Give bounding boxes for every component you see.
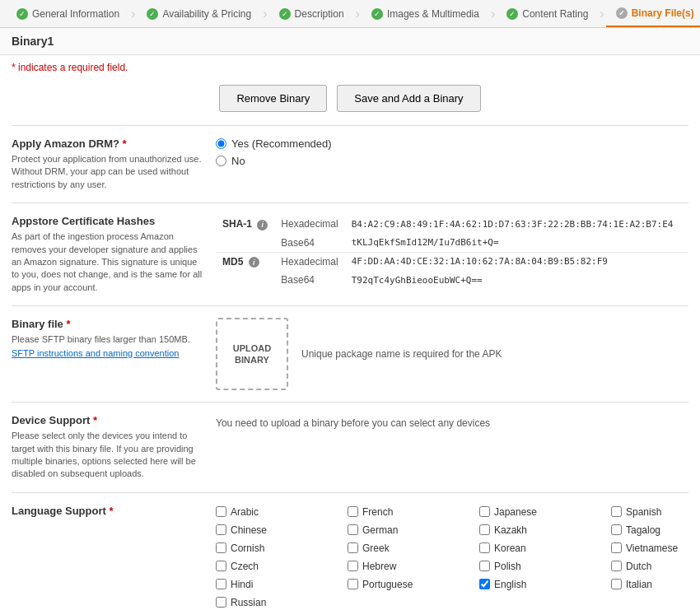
- cert-section: Appstore Certificate Hashes As part of t…: [12, 203, 688, 305]
- drm-no-option[interactable]: No: [216, 155, 688, 167]
- lang-checkbox-spanish[interactable]: [611, 506, 622, 517]
- content-area: Apply Amazon DRM? * Protect your applica…: [0, 125, 700, 610]
- md5-b64-label: Base64: [274, 271, 344, 289]
- lang-checkbox-hebrew[interactable]: [348, 561, 358, 571]
- drm-yes-option[interactable]: Yes (Recommended): [216, 137, 688, 150]
- lang-checkbox-vietnamese[interactable]: [611, 542, 622, 553]
- lang-checkbox-dutch[interactable]: [611, 561, 622, 571]
- lang-checkbox-chinese[interactable]: [216, 524, 226, 535]
- sha1-info-icon[interactable]: i: [257, 220, 268, 230]
- tab-general-information[interactable]: ✓ General Information: [7, 0, 129, 27]
- sha1-b64-label: Base64: [274, 234, 344, 253]
- device-support-title: Device Support *: [12, 414, 203, 426]
- tab-divider-3: ›: [354, 7, 362, 21]
- drm-no-radio[interactable]: [216, 156, 226, 166]
- language-support-title: Language Support *: [12, 505, 203, 517]
- cert-content: SHA-1 i Hexadecimal B4:A2:C9:A8:49:1F:4A…: [216, 215, 688, 289]
- lang-item-chinese[interactable]: Chinese: [216, 523, 348, 538]
- md5-info-icon[interactable]: i: [249, 257, 259, 268]
- lang-checkbox-polish[interactable]: [479, 561, 490, 571]
- check-icon-general: ✓: [16, 8, 28, 20]
- lang-item-french[interactable]: French: [348, 505, 479, 519]
- lang-item-spanish[interactable]: Spanish: [611, 505, 700, 519]
- lang-item-tagalog[interactable]: Tagalog: [611, 523, 700, 538]
- lang-checkbox-russian[interactable]: [216, 597, 226, 608]
- tab-description[interactable]: ✓ Description: [269, 0, 354, 27]
- drm-content: Yes (Recommended) No: [216, 137, 688, 167]
- cert-title: Appstore Certificate Hashes: [12, 215, 203, 227]
- lang-item-greek[interactable]: Greek: [348, 541, 479, 556]
- device-support-label: Device Support * Please select only the …: [12, 414, 216, 481]
- lang-checkbox-german[interactable]: [348, 524, 358, 535]
- tab-images-multimedia[interactable]: ✓ Images & Multimedia: [362, 0, 489, 27]
- drm-title: Apply Amazon DRM? *: [12, 137, 203, 150]
- lang-checkbox-tagalog[interactable]: [611, 524, 622, 535]
- lang-checkbox-french[interactable]: [348, 506, 358, 517]
- language-support-content: ArabicFrenchJapaneseSpanishChineseGerman…: [216, 505, 700, 610]
- drm-section: Apply Amazon DRM? * Protect your applica…: [12, 125, 688, 203]
- sha1-b64-row: Base64 tKLJqEkfSmId12M/Iu7dB6it+Q=: [216, 234, 688, 253]
- check-icon-content: ✓: [506, 8, 518, 20]
- device-support-note: You need to upload a binary before you c…: [216, 414, 688, 429]
- tab-content-rating[interactable]: ✓ Content Rating: [497, 0, 598, 27]
- lang-item-japanese[interactable]: Japanese: [479, 505, 611, 519]
- drm-label: Apply Amazon DRM? * Protect your applica…: [12, 137, 216, 191]
- md5-b64-row: Base64 T92qTc4yGhBieooEubWC+Q==: [216, 271, 688, 289]
- cert-table: SHA-1 i Hexadecimal B4:A2:C9:A8:49:1F:4A…: [216, 215, 688, 289]
- sha1-hex-row: SHA-1 i Hexadecimal B4:A2:C9:A8:49:1F:4A…: [216, 215, 688, 234]
- language-support-section: Language Support * ArabicFrenchJapaneseS…: [12, 492, 688, 610]
- remove-binary-button[interactable]: Remove Binary: [219, 85, 327, 112]
- lang-checkbox-japanese[interactable]: [479, 506, 490, 517]
- drm-yes-radio[interactable]: [216, 138, 226, 149]
- lang-item-korean[interactable]: Korean: [479, 541, 611, 556]
- lang-item-dutch[interactable]: Dutch: [611, 559, 700, 574]
- lang-item-arabic[interactable]: Arabic: [216, 505, 348, 519]
- lang-item-polish[interactable]: Polish: [479, 559, 611, 574]
- lang-checkbox-hindi[interactable]: [216, 579, 226, 589]
- lang-checkbox-greek[interactable]: [348, 542, 358, 553]
- lang-item-cornish[interactable]: Cornish: [216, 541, 348, 556]
- check-icon-binary: ✓: [616, 7, 628, 19]
- lang-item-russian[interactable]: Russian: [216, 595, 348, 610]
- lang-checkbox-arabic[interactable]: [216, 506, 226, 517]
- lang-item-hindi[interactable]: Hindi: [216, 577, 348, 592]
- sha1-hex-val: B4:A2:C9:A8:49:1F:4A:62:1D:D7:63:3F:22:2…: [345, 215, 688, 234]
- md5-hex-row: MD5 i Hexadecimal 4F:DD:AA:4D:CE:32:1A:1…: [216, 252, 688, 271]
- lang-item-english[interactable]: English: [479, 577, 611, 592]
- page-title: Binary1: [0, 28, 700, 55]
- lang-item-hebrew[interactable]: Hebrew: [348, 559, 479, 574]
- lang-item-italian[interactable]: Italian: [611, 577, 700, 592]
- cert-desc: As part of the ingestion process Amazon …: [12, 230, 203, 294]
- buttons-row: Remove Binary Save and Add a Binary: [0, 77, 700, 125]
- lang-checkbox-czech[interactable]: [216, 561, 226, 571]
- md5-b64-val: T92qTc4yGhBieooEubWC+Q==: [345, 271, 688, 289]
- upload-binary-box[interactable]: UPLOAD BINARY: [216, 318, 288, 390]
- sftp-link[interactable]: SFTP instructions and naming convention: [12, 348, 179, 358]
- required-note: * indicates a required field.: [0, 55, 700, 77]
- lang-checkbox-korean[interactable]: [479, 542, 490, 553]
- lang-checkbox-english[interactable]: [479, 579, 490, 589]
- device-support-section: Device Support * Please select only the …: [12, 402, 688, 492]
- sha1-b64-val: tKLJqEkfSmId12M/Iu7dB6it+Q=: [345, 234, 688, 253]
- language-support-label: Language Support *: [12, 505, 216, 520]
- lang-checkbox-cornish[interactable]: [216, 542, 226, 553]
- lang-item-portuguese[interactable]: Portuguese: [348, 577, 479, 592]
- binary-file-content: UPLOAD BINARY Unique package name is req…: [216, 318, 688, 390]
- md5-hex-label: Hexadecimal: [274, 252, 344, 271]
- lang-checkbox-portuguese[interactable]: [348, 579, 358, 589]
- lang-checkbox-italian[interactable]: [611, 579, 622, 589]
- save-add-binary-button[interactable]: Save and Add a Binary: [337, 85, 480, 112]
- binary-file-title: Binary file *: [12, 318, 203, 330]
- lang-item-czech[interactable]: Czech: [216, 559, 348, 574]
- drm-desc: Protect your application from unauthoriz…: [12, 153, 203, 191]
- lang-item-german[interactable]: German: [348, 523, 479, 538]
- lang-item-kazakh[interactable]: Kazakh: [479, 523, 611, 538]
- check-icon-description: ✓: [279, 8, 291, 20]
- tab-binary-files[interactable]: ✓ Binary File(s): [606, 0, 700, 27]
- binary-file-section: Binary file * Please SFTP binary files l…: [12, 305, 688, 402]
- lang-checkbox-kazakh[interactable]: [479, 524, 490, 535]
- lang-item-vietnamese[interactable]: Vietnamese: [611, 541, 700, 556]
- tab-divider: ›: [129, 7, 137, 21]
- check-icon-images: ✓: [371, 8, 383, 20]
- tab-availability-pricing[interactable]: ✓ Availability & Pricing: [137, 0, 261, 27]
